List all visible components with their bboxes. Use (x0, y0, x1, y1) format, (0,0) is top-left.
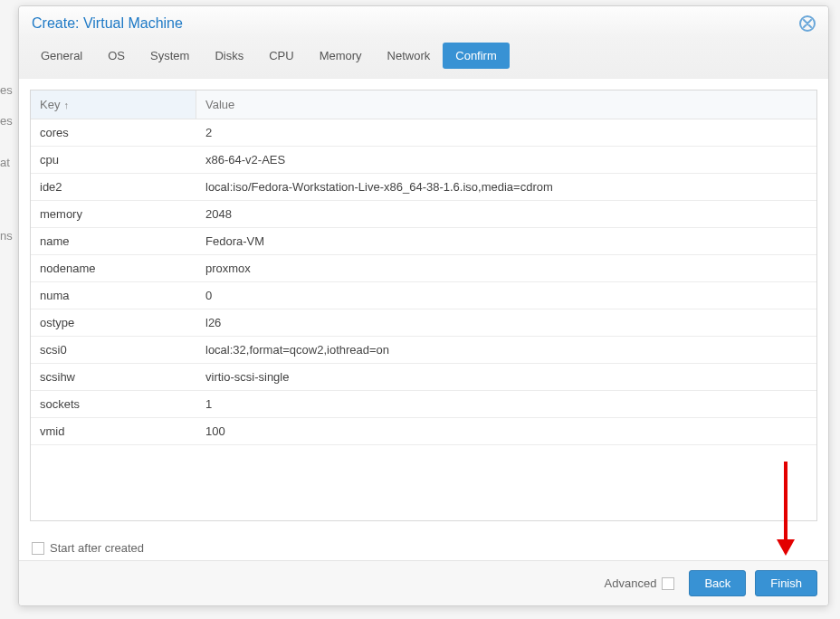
cell-key: name (31, 228, 196, 254)
cell-value: 0 (196, 282, 816, 309)
table-row[interactable]: ide2local:iso/Fedora-Workstation-Live-x8… (31, 174, 816, 201)
background-text: es (0, 114, 13, 128)
cell-value: Fedora-VM (196, 228, 816, 254)
tab-cpu[interactable]: CPU (256, 43, 306, 69)
column-header-key-label: Key (40, 98, 60, 111)
cell-value: 2 (196, 119, 816, 146)
table-row[interactable]: cores2 (31, 119, 816, 147)
checkbox-icon[interactable] (662, 577, 674, 590)
tab-disks[interactable]: Disks (202, 43, 256, 69)
create-vm-dialog: Create: Virtual Machine GeneralOSSystemD… (18, 5, 829, 606)
tab-general[interactable]: General (28, 43, 95, 69)
table-row[interactable]: scsihwvirtio-scsi-single (31, 364, 816, 391)
tab-memory[interactable]: Memory (307, 43, 375, 69)
dialog-header: Create: Virtual Machine (19, 6, 828, 37)
sort-ascending-icon: ↑ (63, 100, 69, 110)
options-bar: Start after created (19, 532, 828, 560)
back-button[interactable]: Back (689, 570, 746, 596)
table-row[interactable]: nodenameproxmox (31, 255, 816, 282)
background-text: ns (0, 229, 13, 243)
table-body: cores2cpux86-64-v2-AESide2local:iso/Fedo… (31, 119, 816, 520)
cell-key: cores (31, 119, 196, 146)
close-icon[interactable] (799, 15, 816, 32)
cell-value: proxmox (196, 255, 816, 281)
table-row[interactable]: numa0 (31, 282, 816, 310)
cell-key: scsihw (31, 364, 196, 390)
cell-key: sockets (31, 391, 196, 417)
cell-value: 2048 (196, 201, 816, 227)
confirm-content: Key ↑ Value cores2cpux86-64-v2-AESide2lo… (19, 79, 828, 532)
cell-value: 100 (196, 418, 816, 444)
table-row[interactable]: scsi0local:32,format=qcow2,iothread=on (31, 337, 816, 364)
cell-value: x86-64-v2-AES (196, 147, 816, 173)
cell-key: memory (31, 201, 196, 227)
cell-key: numa (31, 282, 196, 309)
cell-key: ostype (31, 310, 196, 336)
cell-value: l26 (196, 310, 816, 336)
tab-confirm[interactable]: Confirm (443, 43, 510, 69)
background-text: es (0, 83, 13, 97)
cell-value: local:32,format=qcow2,iothread=on (196, 337, 816, 363)
finish-button[interactable]: Finish (755, 570, 817, 596)
cell-key: scsi0 (31, 337, 196, 363)
column-header-key[interactable]: Key ↑ (31, 90, 196, 119)
checkbox-icon[interactable] (32, 542, 44, 555)
table-row[interactable]: sockets1 (31, 391, 816, 418)
cell-key: nodename (31, 255, 196, 281)
table-row[interactable]: vmid100 (31, 418, 816, 445)
wizard-tabs: GeneralOSSystemDisksCPUMemoryNetworkConf… (19, 37, 828, 79)
tab-network[interactable]: Network (375, 43, 444, 69)
start-after-created-option[interactable]: Start after created (32, 541, 144, 555)
summary-table: Key ↑ Value cores2cpux86-64-v2-AESide2lo… (30, 90, 817, 521)
advanced-label: Advanced (605, 576, 657, 590)
start-after-created-label: Start after created (50, 541, 144, 555)
table-row[interactable]: memory2048 (31, 201, 816, 228)
table-row[interactable]: ostypel26 (31, 310, 816, 337)
cell-value: 1 (196, 391, 816, 417)
cell-key: cpu (31, 147, 196, 173)
cell-key: vmid (31, 418, 196, 444)
column-header-value[interactable]: Value (196, 90, 816, 119)
table-header: Key ↑ Value (31, 90, 816, 119)
cell-key: ide2 (31, 174, 196, 200)
tab-os[interactable]: OS (95, 43, 138, 69)
column-header-value-label: Value (205, 98, 234, 111)
advanced-option[interactable]: Advanced (605, 576, 675, 590)
cell-value: virtio-scsi-single (196, 364, 816, 390)
cell-value: local:iso/Fedora-Workstation-Live-x86_64… (196, 174, 816, 200)
tab-system[interactable]: System (138, 43, 202, 69)
table-row[interactable]: cpux86-64-v2-AES (31, 147, 816, 174)
table-row[interactable]: nameFedora-VM (31, 228, 816, 255)
dialog-title: Create: Virtual Machine (32, 15, 183, 32)
background-text: at (0, 156, 10, 169)
dialog-footer: Advanced Back Finish (19, 560, 828, 605)
